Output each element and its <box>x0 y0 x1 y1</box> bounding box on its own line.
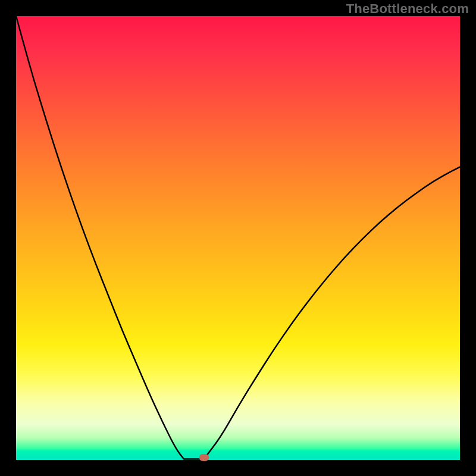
chart-container: TheBottleneck.com <box>0 0 476 476</box>
curve-path <box>16 16 460 459</box>
bottleneck-curve <box>16 16 460 460</box>
watermark-text: TheBottleneck.com <box>346 1 469 17</box>
bottleneck-marker-icon <box>199 454 209 461</box>
plot-area-frame <box>16 16 460 460</box>
